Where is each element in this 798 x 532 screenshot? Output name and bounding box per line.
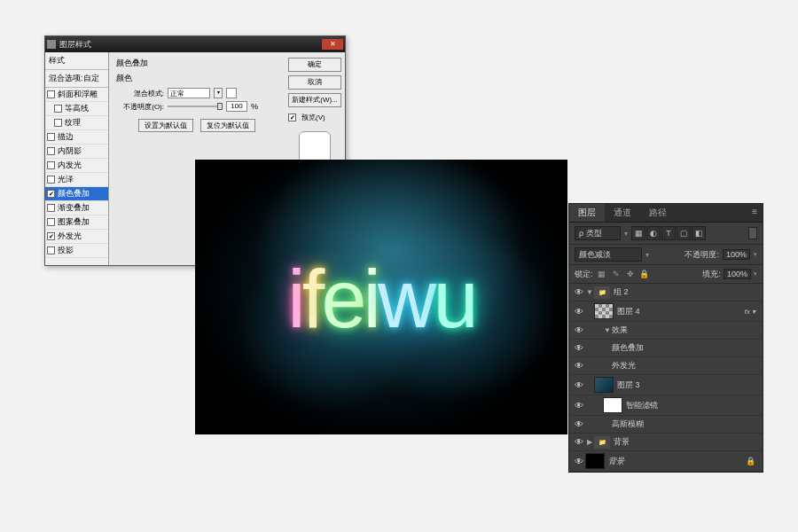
chevron-down-icon[interactable]: ▾ (624, 230, 628, 238)
visibility-icon[interactable]: 👁 (573, 325, 585, 335)
style-item-投影[interactable]: 投影 (45, 244, 108, 258)
canvas[interactable]: i f e i w u (195, 160, 567, 434)
visibility-icon[interactable]: 👁 (573, 380, 585, 390)
layer-name[interactable]: 图层 3 (617, 379, 759, 391)
style-checkbox[interactable] (47, 246, 55, 254)
cancel-button[interactable]: 取消 (288, 75, 341, 90)
visibility-icon[interactable]: 👁 (573, 361, 585, 371)
visibility-icon[interactable]: 👁 (573, 307, 585, 317)
layer-row[interactable]: 👁图层 4fx ▾ (569, 301, 763, 322)
visibility-icon[interactable]: 👁 (573, 419, 585, 429)
style-item-内阴影[interactable]: 内阴影 (45, 145, 108, 159)
set-default-button[interactable]: 设置为默认值 (138, 119, 193, 132)
visibility-icon[interactable]: 👁 (573, 343, 585, 353)
layer-name[interactable]: 组 2 (614, 286, 759, 298)
filter-icon[interactable]: ▦ (631, 226, 645, 240)
chevron-down-icon[interactable]: ▾ (214, 88, 223, 98)
fx-badge[interactable]: fx ▾ (745, 308, 755, 316)
lock-icon[interactable]: ✎ (610, 268, 622, 280)
lock-icon[interactable]: ✥ (624, 268, 637, 280)
blend-mode-select[interactable]: 正常 (168, 88, 210, 98)
style-checkbox[interactable] (47, 161, 55, 169)
chevron-down-icon[interactable]: ▾ (645, 251, 649, 259)
layer-thumbnail[interactable] (594, 303, 614, 319)
opacity-input[interactable]: 100 (226, 101, 247, 112)
chevron-down-icon[interactable]: ▾ (754, 270, 757, 278)
visibility-icon[interactable]: 👁 (573, 437, 585, 447)
visibility-icon[interactable]: 👁 (573, 457, 585, 466)
layer-row[interactable]: 👁背景🔒 (569, 451, 763, 472)
style-item-颜色叠加[interactable]: 颜色叠加 (45, 187, 108, 201)
layer-row[interactable]: 👁图层 3 (569, 375, 763, 395)
filter-icon[interactable]: ◐ (646, 226, 661, 240)
chevron-down-icon[interactable]: ▾ (754, 251, 757, 258)
opacity-slider[interactable] (168, 106, 223, 107)
style-checkbox[interactable] (47, 147, 55, 155)
style-checkbox[interactable] (54, 105, 62, 113)
style-checkbox[interactable] (47, 190, 55, 198)
layer-name[interactable]: 背景 (614, 436, 759, 448)
lock-icon[interactable]: 🔒 (638, 268, 651, 280)
color-swatch[interactable] (226, 88, 237, 98)
style-checkbox[interactable] (47, 90, 55, 98)
visibility-icon[interactable]: 👁 (573, 401, 585, 411)
style-item-等高线[interactable]: 等高线 (45, 102, 108, 116)
blend-mode-select[interactable]: 颜色减淡 (575, 247, 642, 262)
dialog-titlebar[interactable]: 图层样式 ✕ (45, 36, 345, 52)
opacity-value[interactable]: 100% (723, 249, 750, 260)
layer-kind-select[interactable]: ρ 类型 (575, 226, 621, 240)
layer-thumbnail[interactable] (594, 377, 614, 393)
expand-arrow-icon[interactable]: ▼ (585, 288, 594, 296)
layer-thumbnail[interactable] (585, 453, 605, 469)
layer-name[interactable]: 颜色叠加 (612, 342, 759, 354)
layer-row[interactable]: 👁颜色叠加 (569, 340, 763, 357)
style-item-图案叠加[interactable]: 图案叠加 (45, 215, 108, 230)
style-item-渐变叠加[interactable]: 渐变叠加 (45, 201, 108, 215)
layer-name[interactable]: 背景 (608, 456, 746, 467)
layer-name[interactable]: 高斯模糊 (612, 419, 759, 430)
style-item-描边[interactable]: 描边 (45, 130, 108, 145)
layer-thumbnail[interactable] (603, 397, 622, 413)
style-checkbox[interactable] (47, 218, 55, 226)
style-item-光泽[interactable]: 光泽 (45, 173, 108, 187)
visibility-icon[interactable]: 👁 (573, 287, 585, 297)
lock-icon[interactable]: ▦ (596, 268, 608, 280)
filter-toggle[interactable] (748, 227, 757, 239)
fill-value[interactable]: 100% (724, 269, 751, 279)
style-item-内发光[interactable]: 内发光 (45, 159, 108, 173)
layer-row[interactable]: 👁▶📁背景 (569, 434, 763, 451)
ok-button[interactable]: 确定 (288, 58, 341, 72)
reset-default-button[interactable]: 复位为默认值 (200, 119, 255, 132)
layer-name[interactable]: 智能滤镜 (626, 400, 759, 411)
sidebar-header-blend[interactable]: 混合选项:自定 (45, 70, 108, 88)
layer-name[interactable]: 图层 4 (617, 306, 745, 317)
tab-layers[interactable]: 图层 (569, 204, 605, 222)
layer-row[interactable]: 👁高斯模糊 (569, 416, 763, 434)
filter-icon[interactable]: T (661, 226, 676, 240)
close-icon[interactable]: ✕ (322, 39, 343, 50)
layer-row[interactable]: 👁▼📁组 2 (569, 284, 763, 301)
panel-menu-icon[interactable]: ≡ (747, 204, 763, 222)
style-item-外发光[interactable]: 外发光 (45, 230, 108, 244)
sidebar-header-styles[interactable]: 样式 (45, 52, 108, 70)
style-checkbox[interactable] (54, 119, 62, 127)
expand-arrow-icon[interactable]: ▶ (585, 438, 594, 446)
layer-name[interactable]: 效果 (612, 325, 759, 336)
preview-checkbox-row[interactable]: 预览(V) (288, 113, 341, 122)
style-checkbox[interactable] (47, 133, 55, 141)
new-style-button[interactable]: 新建样式(W)... (288, 93, 341, 107)
style-item-斜面和浮雕[interactable]: 斜面和浮雕 (45, 88, 108, 102)
layer-row[interactable]: 👁智能滤镜 (569, 395, 763, 416)
filter-icon[interactable]: ◧ (692, 226, 706, 240)
layer-name[interactable]: 外发光 (612, 360, 759, 372)
layer-row[interactable]: 👁▼效果 (569, 322, 763, 340)
tab-paths[interactable]: 路径 (640, 204, 676, 222)
tab-channels[interactable]: 通道 (605, 204, 640, 222)
expand-arrow-icon[interactable]: ▼ (603, 326, 612, 334)
style-checkbox[interactable] (47, 232, 55, 240)
style-checkbox[interactable] (47, 204, 55, 212)
layer-row[interactable]: 👁外发光 (569, 357, 763, 375)
style-item-纹理[interactable]: 纹理 (45, 116, 108, 130)
preview-checkbox[interactable] (288, 113, 296, 121)
style-checkbox[interactable] (47, 176, 55, 184)
